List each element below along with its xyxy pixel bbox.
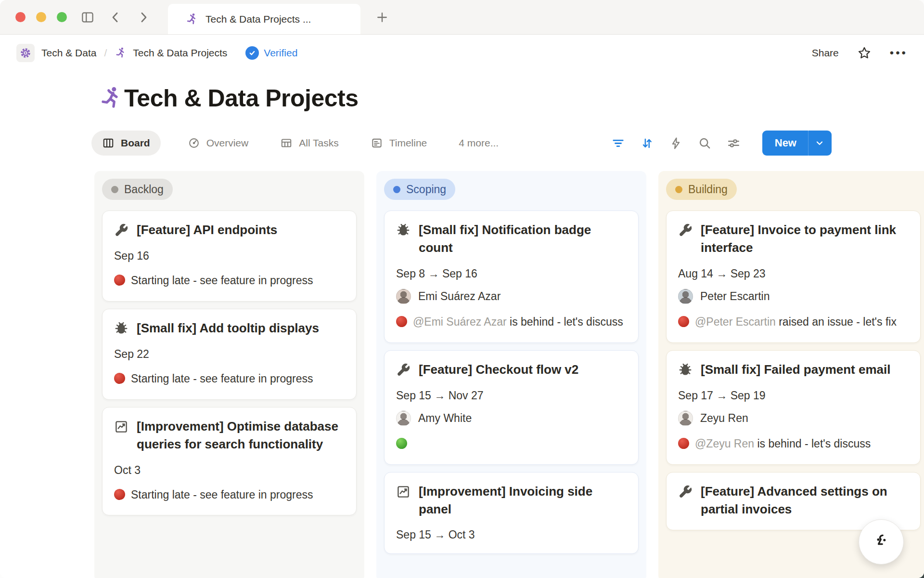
tab-all-tasks[interactable]: All Tasks xyxy=(275,131,343,156)
new-button[interactable]: New xyxy=(762,131,808,156)
filter-icon[interactable] xyxy=(611,136,625,150)
card-title: [Small fix] Add tooltip displays xyxy=(137,319,319,337)
card-title: [Improvement] Invoicing side panel xyxy=(419,483,627,518)
lightning-icon[interactable] xyxy=(669,136,683,150)
verified-check-icon xyxy=(245,46,259,60)
assignee-name: Emi Suárez Azar xyxy=(418,290,500,303)
verified-label: Verified xyxy=(264,47,297,59)
tab-timeline[interactable]: Timeline xyxy=(366,131,432,156)
kanban-card[interactable]: [Feature] API endpointsSep 16Starting la… xyxy=(102,210,357,302)
card-date: Sep 15 → Oct 3 xyxy=(396,528,627,541)
status-dot xyxy=(111,186,118,193)
card-assignee: Emi Suárez Azar xyxy=(396,289,627,304)
breadcrumb-page[interactable]: Tech & Data Projects xyxy=(133,47,227,59)
card-list: [Feature] Invoice to payment link interf… xyxy=(666,210,921,530)
card-date: Aug 14 → Sep 23 xyxy=(678,267,909,280)
zoom-window-button[interactable] xyxy=(57,12,67,22)
kanban-card[interactable]: [Small fix] Failed payment emailSep 17 →… xyxy=(666,350,921,465)
browser-tab[interactable]: Tech & Data Projects ... xyxy=(168,4,360,34)
ai-assistant-button[interactable] xyxy=(859,519,904,565)
status-mention: @Emi Suárez Azar xyxy=(413,315,507,328)
search-icon[interactable] xyxy=(698,136,712,150)
more-options-button[interactable]: ••• xyxy=(890,47,908,59)
card-date: Sep 8 → Sep 16 xyxy=(396,267,627,280)
card-title: [Feature] Invoice to payment link interf… xyxy=(701,221,909,257)
status-text: Starting late - see feature in progress xyxy=(131,488,313,501)
status-dot xyxy=(393,186,400,193)
card-list: [Feature] API endpointsSep 16Starting la… xyxy=(102,210,357,515)
favorite-star-icon[interactable] xyxy=(857,46,872,60)
new-dropdown-button[interactable] xyxy=(808,131,832,156)
back-button[interactable] xyxy=(108,10,123,25)
sort-icon[interactable] xyxy=(640,136,654,150)
kanban-card[interactable]: [Feature] Checkout flow v2Sep 15 → Nov 2… xyxy=(384,350,639,465)
bug-icon xyxy=(678,363,693,377)
kanban-card[interactable]: [Improvement] Invoicing side panelSep 15… xyxy=(384,472,639,554)
bug-icon xyxy=(396,223,411,237)
wrench-icon xyxy=(396,363,411,377)
tab-overview[interactable]: Overview xyxy=(183,131,254,156)
column-status-pill[interactable]: Backlog xyxy=(102,179,173,200)
status-red-dot xyxy=(678,316,689,327)
breadcrumb: Tech & Data / Tech & Data Projects Verif… xyxy=(16,44,297,62)
board-column-scoping: Scoping[Small fix] Notification badge co… xyxy=(376,171,646,578)
card-date: Oct 3 xyxy=(114,464,345,477)
card-title: [Small fix] Notification badge count xyxy=(419,221,627,257)
column-status-pill[interactable]: Building xyxy=(666,179,737,200)
card-date: Sep 17 → Sep 19 xyxy=(678,389,909,402)
card-title: [Small fix] Failed payment email xyxy=(701,361,890,379)
status-red-dot xyxy=(114,373,125,384)
card-title: [Feature] Advanced settings on partial i… xyxy=(701,483,909,518)
view-label: Board xyxy=(121,137,150,149)
verified-badge[interactable]: Verified xyxy=(245,46,297,60)
runner-icon xyxy=(115,47,127,59)
tab-title: Tech & Data Projects ... xyxy=(205,13,311,25)
kanban-card[interactable]: [Feature] Invoice to payment link interf… xyxy=(666,210,921,343)
share-button[interactable]: Share xyxy=(812,47,839,59)
kanban-card[interactable]: [Small fix] Notification badge countSep … xyxy=(384,210,639,343)
avatar xyxy=(396,411,411,426)
wrench-icon xyxy=(678,223,693,237)
card-assignee: Peter Escartin xyxy=(678,289,909,304)
card-assignee: Amy White xyxy=(396,411,627,426)
board-column-backlog: Backlog[Feature] API endpointsSep 16Star… xyxy=(94,171,364,578)
tab-more-views[interactable]: 4 more... xyxy=(454,131,503,156)
new-tab-button[interactable] xyxy=(375,0,389,34)
tab-board[interactable]: Board xyxy=(91,131,161,156)
card-status: @Emi Suárez Azar is behind - let's discu… xyxy=(396,314,627,330)
runner-icon xyxy=(185,13,199,26)
breadcrumb-workspace[interactable]: Tech & Data xyxy=(41,47,96,59)
card-status: Starting late - see feature in progress xyxy=(114,370,345,387)
board-column-building: Building[Feature] Invoice to payment lin… xyxy=(658,171,924,578)
sliders-icon[interactable] xyxy=(727,136,741,150)
chart-icon xyxy=(396,485,411,499)
status-text: Starting late - see feature in progress xyxy=(131,372,313,385)
page-header: Tech & Data Projects xyxy=(0,79,924,117)
workspace-gear-icon[interactable] xyxy=(16,44,35,62)
minimize-window-button[interactable] xyxy=(36,12,46,22)
kanban-card[interactable]: [Improvement] Optimise database queries … xyxy=(102,407,357,516)
column-name: Building xyxy=(688,183,728,196)
status-mention: @Peter Escartin xyxy=(695,315,776,328)
status-red-dot xyxy=(678,438,689,449)
overview-icon xyxy=(188,137,200,149)
card-title: [Feature] Checkout flow v2 xyxy=(419,361,578,379)
close-window-button[interactable] xyxy=(15,12,26,22)
breadcrumb-separator: / xyxy=(104,47,107,59)
kanban-card[interactable]: [Small fix] Add tooltip displaysSep 22St… xyxy=(102,309,357,400)
status-red-dot xyxy=(114,489,125,500)
forward-button[interactable] xyxy=(136,10,151,25)
column-name: Backlog xyxy=(124,183,164,196)
chart-icon xyxy=(114,420,128,434)
top-actions: Share ••• xyxy=(812,46,908,60)
sidebar-toggle-icon[interactable] xyxy=(80,10,95,25)
avatar xyxy=(678,289,693,304)
status-red-dot xyxy=(396,316,407,327)
runner-icon[interactable] xyxy=(98,85,124,111)
bug-icon xyxy=(114,321,128,336)
card-assignee: Zeyu Ren xyxy=(678,411,909,426)
status-mention: @Zeyu Ren xyxy=(695,437,754,450)
card-date: Sep 16 xyxy=(114,250,345,263)
column-status-pill[interactable]: Scoping xyxy=(384,179,455,200)
status-red-dot xyxy=(114,275,125,286)
